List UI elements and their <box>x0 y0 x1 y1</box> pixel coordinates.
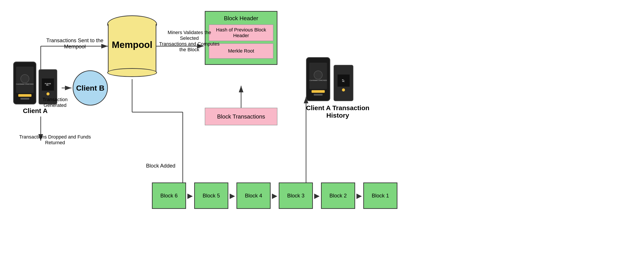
tx-generated-label: TransactionGenerated <box>38 97 72 108</box>
phone-circle <box>20 74 29 83</box>
block-arrow-3: ▶ <box>270 183 279 209</box>
client-a-label: Client A <box>13 107 57 115</box>
tx-dropped-label: Transactions Dropped and Funds Returned <box>13 134 97 146</box>
cylinder-bottom <box>107 68 157 77</box>
mempool-container: Mempool <box>108 15 156 73</box>
history-device2-text: PL..PR. <box>342 79 345 82</box>
history-phone-text: CoinWallet CRACKED <box>309 79 327 81</box>
phone-small-btn <box>20 98 29 100</box>
diagram: Mempool Block Header Hash of Previous Bl… <box>0 0 644 259</box>
phone-text: CoinWallet CRACKED <box>16 83 34 85</box>
mempool-label: Mempool <box>108 39 156 50</box>
client-a-history-section: CoinWallet CRACKED PL..PR. Client A Tran… <box>306 57 370 119</box>
block-box-3: Block 4 <box>236 183 270 209</box>
block-box-1: Block 6 <box>152 183 186 209</box>
block-arrow-5: ▶ <box>355 183 363 209</box>
history-phone-btn-sm <box>314 94 322 96</box>
block-header-title: Block Header <box>209 15 274 22</box>
client-a-history-label: Client A TransactionHistory <box>306 104 370 119</box>
client-a-phone: CoinWallet CRACKED <box>13 61 36 104</box>
client-b-circle: Client B <box>73 70 108 106</box>
merkle-root-label: Merkle Root <box>228 48 254 54</box>
device2-screen: PLEASEPR... <box>42 78 54 91</box>
block-box-2: Block 5 <box>194 183 228 209</box>
mempool-cylinder: Mempool <box>108 15 156 73</box>
block-box-6: Block 1 <box>363 183 398 209</box>
phone-screen: CoinWallet CRACKED <box>16 67 34 93</box>
block-box-5: Block 2 <box>321 183 355 209</box>
block-arrow-2: ▶ <box>228 183 236 209</box>
history-device2: PL..PR. <box>334 65 353 101</box>
phone-connect-btn <box>18 94 32 97</box>
history-phone: CoinWallet CRACKED <box>306 57 330 101</box>
block-transactions-label: Block Transactions <box>217 113 265 120</box>
history-phones: CoinWallet CRACKED PL..PR. <box>306 57 370 101</box>
hash-prev-block-label: Hash of Previous Block Header <box>211 27 271 38</box>
blockchain-row: Block 6▶Block 5▶Block 4▶Block 3▶Block 2▶… <box>152 183 398 209</box>
block-arrow-1: ▶ <box>186 183 194 209</box>
block-added-label: Block Added <box>141 163 180 169</box>
device2-text: PLEASEPR... <box>45 83 51 86</box>
history-phone-circle <box>314 71 322 79</box>
history-phone-screen: CoinWallet CRACKED <box>309 63 327 89</box>
tx-to-mempool-label: Transactions Sent to the Mempool <box>44 37 106 50</box>
block-transactions-box: Block Transactions <box>205 108 278 125</box>
miners-validate-label: Miners Validates the SelectedTransaction… <box>158 30 220 52</box>
block-box-4: Block 3 <box>279 183 313 209</box>
block-arrow-4: ▶ <box>313 183 321 209</box>
history-device2-screen: PL..PR. <box>338 74 350 87</box>
client-b-label: Client B <box>76 84 104 92</box>
history-phone-btn <box>312 90 325 93</box>
